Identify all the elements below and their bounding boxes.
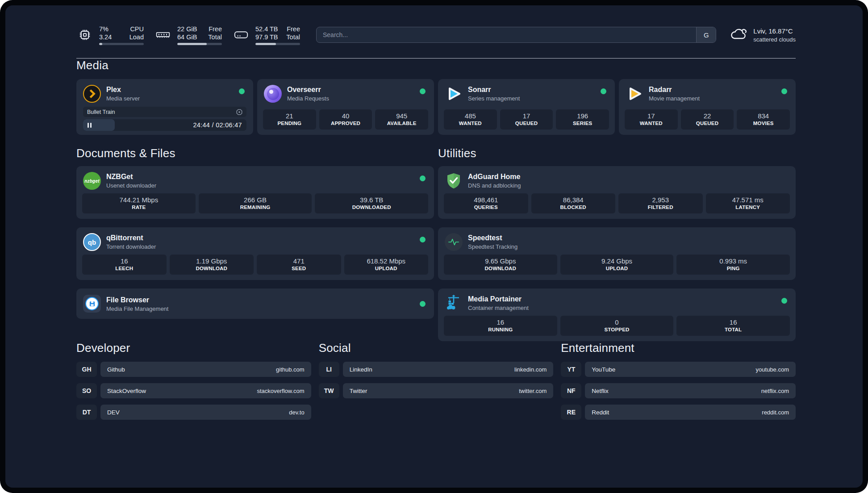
stat-tile: 17 QUEUED bbox=[500, 109, 553, 130]
link-linkedin[interactable]: LI LinkedIn linkedin.com bbox=[319, 362, 554, 377]
link-twitter[interactable]: TW Twitter twitter.com bbox=[319, 383, 554, 398]
section-title-developer: Developer bbox=[76, 341, 311, 355]
stat-tile: 16 TOTAL bbox=[676, 316, 790, 336]
stat-tile: 47.571 ms LATENCY bbox=[706, 193, 790, 213]
stat-tile: 471 SEED bbox=[257, 255, 341, 275]
documents-column: Documents & Files nzbget NZBGet Usenet d… bbox=[76, 146, 434, 341]
stat-tile: 618.52 Mbps UPLOAD bbox=[344, 255, 429, 275]
app-name: qBittorrent bbox=[106, 234, 156, 242]
dev-icon: DT bbox=[76, 405, 97, 420]
playback-progressbar: 24:44 / 02:06:47 bbox=[83, 119, 246, 131]
status-dot bbox=[781, 88, 787, 94]
card-plex[interactable]: Plex Media server Bullet Train 24:4 bbox=[76, 79, 253, 135]
weather-condition: scattered clouds bbox=[753, 36, 796, 43]
pause-icon[interactable] bbox=[88, 123, 92, 128]
cpu-stat-widget: 7% 3.24 CPU Load bbox=[76, 25, 144, 45]
app-desc: Series management bbox=[468, 95, 520, 102]
disk-values: 52.4 TB 97.9 TB bbox=[255, 25, 278, 41]
radarr-icon bbox=[626, 85, 643, 103]
section-title-entertainment: Entertainment bbox=[561, 341, 796, 355]
linkedin-icon: LI bbox=[319, 362, 339, 377]
app-desc: DNS and adblocking bbox=[468, 182, 521, 189]
section-title-social: Social bbox=[319, 341, 554, 355]
app-name: Media Portainer bbox=[468, 295, 529, 304]
stat-tile: 196 SERIES bbox=[556, 109, 609, 130]
stats-row: 744.21 Mbps RATE 266 GB REMAINING 39.6 T… bbox=[82, 193, 428, 213]
card-filebrowser[interactable]: File Browser Media File Management bbox=[76, 288, 434, 319]
speedtest-icon bbox=[445, 233, 463, 251]
status-dot bbox=[781, 298, 787, 304]
session-view-icon[interactable] bbox=[236, 109, 242, 115]
utilities-column: Utilities AdGuard Home bbox=[438, 146, 796, 341]
stat-tile: 86,384 BLOCKED bbox=[531, 193, 616, 213]
nzbget-icon: nzbget bbox=[83, 172, 101, 190]
stats-row: 17 WANTED 22 QUEUED 834 MOVIES bbox=[625, 109, 790, 130]
card-qbittorrent[interactable]: qb qBittorrent Torrent downloader 16 LEE… bbox=[76, 227, 434, 280]
card-overseerr[interactable]: Overseerr Media Requests 21 PENDING 40 A… bbox=[257, 79, 434, 135]
search-input[interactable] bbox=[316, 27, 716, 43]
card-speedtest[interactable]: Speedtest Speedtest Tracking 9.65 Gbps D… bbox=[438, 227, 796, 280]
stat-tile: 485 WANTED bbox=[444, 109, 497, 130]
stat-tile: 40 APPROVED bbox=[319, 109, 372, 130]
portainer-icon bbox=[445, 294, 463, 312]
stat-tile: 266 GB REMAINING bbox=[199, 193, 312, 213]
stat-tile: 16 RUNNING bbox=[444, 316, 557, 336]
link-youtube[interactable]: YT YouTube youtube.com bbox=[561, 362, 796, 377]
ram-progressbar bbox=[177, 43, 222, 45]
developer-section: Developer GH Github github.com SO StackO… bbox=[76, 341, 311, 420]
overseerr-icon bbox=[264, 85, 282, 103]
plex-icon bbox=[83, 85, 101, 103]
app-desc: Speedtest Tracking bbox=[468, 243, 517, 251]
window-frame: 7% 3.24 CPU Load bbox=[0, 0, 868, 493]
stat-tile: 17 WANTED bbox=[625, 109, 678, 130]
app-desc: Container management bbox=[468, 304, 529, 312]
link-netflix[interactable]: NF Netflix netflix.com bbox=[561, 383, 796, 398]
app-name: Speedtest bbox=[468, 234, 517, 242]
stats-row: 16 LEECH 1.19 Gbps DOWNLOAD 471 SEED 6 bbox=[82, 255, 428, 275]
app-desc: Media Requests bbox=[287, 95, 329, 102]
stat-tile: 0 STOPPED bbox=[560, 316, 674, 336]
card-sonarr[interactable]: Sonarr Series management 485 WANTED 17 Q… bbox=[438, 79, 615, 135]
system-stats: 7% 3.24 CPU Load bbox=[76, 25, 300, 45]
app-name: Sonarr bbox=[468, 85, 520, 94]
cloud-icon bbox=[730, 27, 747, 43]
link-stackoverflow[interactable]: SO StackOverflow stackoverflow.com bbox=[76, 383, 311, 398]
stat-tile: 945 AVAILABLE bbox=[375, 109, 428, 130]
status-dot bbox=[601, 88, 606, 94]
disk-icon bbox=[233, 26, 250, 43]
stats-row: 16 RUNNING 0 STOPPED 16 TOTAL bbox=[444, 316, 790, 336]
search-engine-button[interactable]: G bbox=[696, 27, 716, 42]
playback-time: 24:44 / 02:06:47 bbox=[193, 119, 242, 131]
app-name: Plex bbox=[106, 85, 140, 94]
cpu-icon bbox=[76, 26, 93, 43]
status-dot bbox=[420, 301, 426, 307]
status-dot bbox=[420, 88, 426, 94]
card-portainer[interactable]: Media Portainer Container management 16 … bbox=[438, 288, 796, 341]
stat-tile: 9.24 Gbps UPLOAD bbox=[560, 255, 674, 275]
dashboard-page: 7% 3.24 CPU Load bbox=[5, 5, 863, 488]
stat-tile: 22 QUEUED bbox=[681, 109, 734, 130]
stat-tile: 834 MOVIES bbox=[737, 109, 790, 130]
card-nzbget[interactable]: nzbget NZBGet Usenet downloader 744.21 M… bbox=[76, 166, 434, 219]
sonarr-icon bbox=[445, 85, 463, 103]
ram-labels: Free Total bbox=[208, 25, 222, 41]
header-divider bbox=[76, 58, 796, 58]
app-name: NZBGet bbox=[106, 172, 156, 181]
link-github[interactable]: GH Github github.com bbox=[76, 362, 311, 377]
stat-tile: 0.993 ms PING bbox=[676, 255, 790, 275]
stats-row: 21 PENDING 40 APPROVED 945 AVAILABLE bbox=[263, 109, 428, 130]
card-adguard[interactable]: AdGuard Home DNS and adblocking 498,461 … bbox=[438, 166, 796, 219]
app-desc: Torrent downloader bbox=[106, 243, 156, 251]
entertainment-section: Entertainment YT YouTube youtube.com NF … bbox=[561, 341, 796, 420]
app-name: Overseerr bbox=[287, 85, 329, 94]
app-name: AdGuard Home bbox=[468, 172, 521, 181]
filebrowser-icon bbox=[83, 295, 101, 313]
stat-tile: 1.19 Gbps DOWNLOAD bbox=[170, 255, 254, 275]
github-icon: GH bbox=[76, 362, 97, 377]
link-reddit[interactable]: RE Reddit reddit.com bbox=[561, 405, 796, 420]
link-dev[interactable]: DT DEV dev.to bbox=[76, 405, 311, 420]
weather-widget: Lviv, 16.87°C scattered clouds bbox=[730, 27, 796, 43]
card-radarr[interactable]: Radarr Movie management 17 WANTED 22 QUE… bbox=[619, 79, 796, 135]
disk-stat-widget: 52.4 TB 97.9 TB Free Total bbox=[233, 25, 300, 45]
topbar: 7% 3.24 CPU Load bbox=[76, 25, 796, 45]
